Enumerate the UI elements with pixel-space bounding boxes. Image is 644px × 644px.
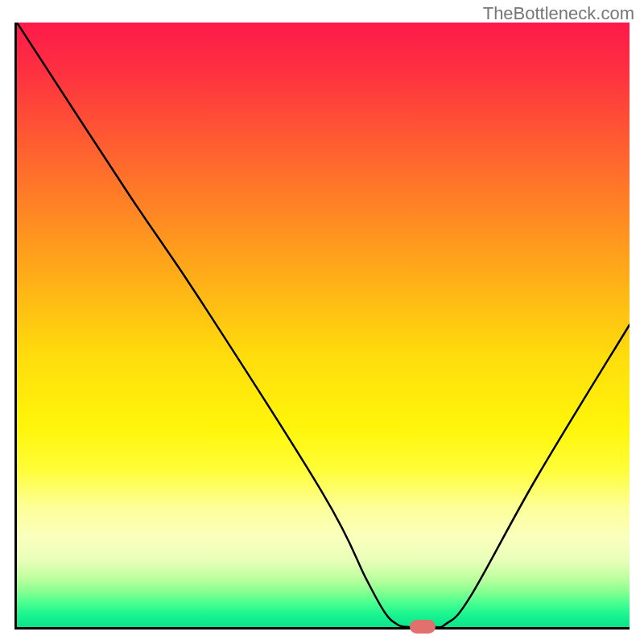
optimum-marker xyxy=(410,620,436,634)
attribution-text: TheBottleneck.com xyxy=(483,3,634,24)
plot-area xyxy=(14,23,630,630)
curve-svg xyxy=(17,23,630,627)
bottleneck-curve-path xyxy=(17,23,630,627)
